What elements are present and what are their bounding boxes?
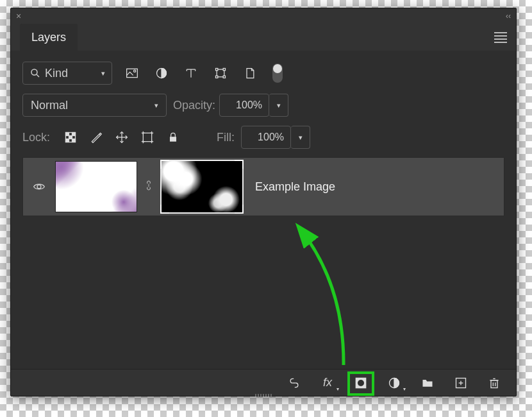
chevron-down-icon: ▾	[299, 133, 303, 142]
svg-rect-15	[66, 133, 69, 136]
delete-layer-button[interactable]	[486, 375, 502, 391]
svg-rect-41	[491, 380, 497, 387]
svg-point-0	[31, 69, 37, 75]
panel-menu-icon[interactable]	[494, 32, 510, 43]
opacity-value: 100%	[236, 99, 262, 111]
search-icon	[29, 67, 41, 79]
add-layer-mask-button[interactable]	[353, 375, 369, 391]
layer-row[interactable]: Example Image	[22, 157, 504, 216]
blend-mode-label: Normal	[31, 99, 68, 112]
svg-line-1	[37, 74, 39, 77]
pixel-layer-filter-icon[interactable]	[125, 66, 139, 80]
lock-label: Lock:	[22, 131, 50, 144]
adjustment-layer-filter-icon[interactable]	[154, 66, 169, 80]
bottom-toolbar: fx▾ ▾	[11, 369, 516, 396]
opacity-dropdown[interactable]: ▾	[269, 94, 288, 117]
svg-rect-31	[170, 137, 176, 142]
link-layers-button[interactable]	[287, 375, 302, 391]
svg-point-3	[134, 70, 136, 72]
close-icon[interactable]: ×	[16, 11, 21, 21]
layer-fx-button[interactable]: fx▾	[320, 375, 335, 391]
collapse-icon[interactable]: ‹‹	[506, 12, 511, 21]
new-group-button[interactable]	[420, 375, 435, 391]
opacity-group: Opacity: 100% ▾	[173, 94, 288, 117]
svg-point-32	[37, 185, 41, 189]
fill-group: Fill: 100% ▾	[217, 126, 310, 149]
svg-rect-16	[72, 133, 76, 136]
mask-link-icon[interactable]	[142, 180, 155, 194]
add-adjustment-button[interactable]: ▾	[387, 375, 402, 391]
svg-rect-13	[223, 76, 225, 78]
lock-pixels-icon[interactable]	[88, 130, 104, 145]
chevron-down-icon: ▾	[154, 101, 158, 110]
svg-rect-18	[66, 139, 69, 142]
visibility-toggle[interactable]	[23, 158, 55, 216]
smart-object-filter-icon[interactable]	[243, 66, 257, 80]
opacity-input[interactable]: 100%	[219, 94, 269, 117]
chevron-down-icon: ▾	[277, 101, 281, 110]
fill-input[interactable]: 100%	[241, 126, 291, 149]
kind-filter-dropdown[interactable]: Kind ▾	[22, 62, 112, 85]
filter-row: Kind ▾	[22, 57, 504, 89]
svg-rect-17	[69, 136, 72, 139]
svg-rect-19	[72, 139, 76, 142]
opacity-label: Opacity:	[173, 99, 215, 112]
layer-thumbnail[interactable]	[55, 161, 137, 212]
shape-layer-filter-icon[interactable]	[213, 66, 228, 80]
resize-grip[interactable]	[244, 393, 283, 397]
kind-label: Kind	[45, 67, 101, 80]
new-layer-button[interactable]	[453, 375, 469, 391]
tab-layers[interactable]: Layers	[20, 24, 78, 51]
lock-transparent-icon[interactable]	[63, 130, 78, 145]
svg-point-36	[358, 380, 364, 386]
fill-dropdown[interactable]: ▾	[291, 126, 310, 149]
lock-artboard-icon[interactable]	[140, 130, 155, 145]
filter-toggle[interactable]	[272, 64, 283, 83]
layer-name[interactable]: Example Image	[255, 180, 335, 194]
lock-position-icon[interactable]	[114, 130, 129, 145]
layer-mask-thumbnail[interactable]	[160, 160, 244, 214]
layers-panel: × ‹‹ Layers Kind ▾	[10, 8, 517, 396]
panel-header: × ‹‹	[11, 8, 516, 24]
svg-rect-12	[216, 76, 218, 78]
lock-row: Lock: Fill:	[22, 121, 504, 153]
panel-body: Kind ▾	[11, 51, 516, 369]
chevron-down-icon: ▾	[101, 69, 105, 78]
lock-all-icon[interactable]	[165, 130, 181, 145]
eye-icon	[31, 180, 47, 193]
blend-row: Normal ▾ Opacity: 100% ▾	[22, 89, 504, 121]
type-layer-filter-icon[interactable]	[184, 66, 198, 80]
svg-rect-10	[216, 69, 218, 71]
svg-rect-22	[143, 133, 151, 141]
svg-rect-11	[223, 69, 225, 71]
fill-label: Fill:	[217, 131, 235, 144]
fill-value: 100%	[258, 132, 284, 143]
lock-icons	[63, 130, 181, 145]
layer-list: Example Image	[22, 157, 504, 369]
blend-mode-dropdown[interactable]: Normal ▾	[22, 94, 167, 117]
filter-icons	[125, 64, 283, 83]
tab-label: Layers	[31, 31, 66, 44]
tabs-row: Layers	[11, 24, 516, 51]
